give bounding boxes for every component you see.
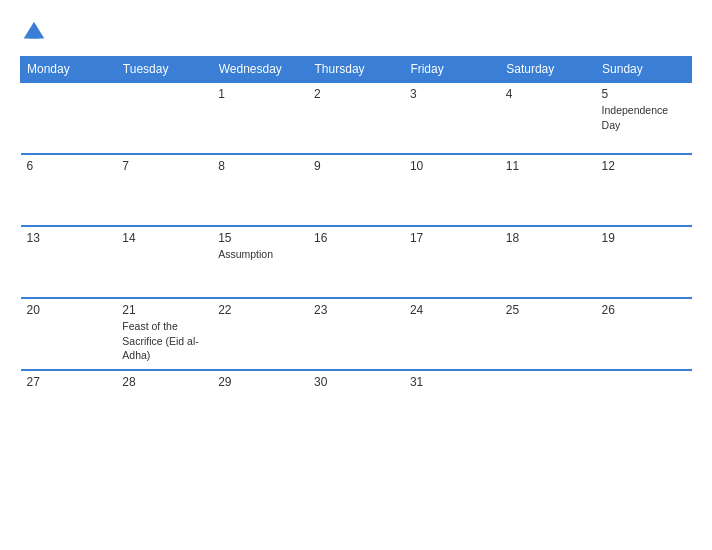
calendar-cell: 28 [116, 370, 212, 442]
day-number: 20 [27, 303, 111, 317]
day-number: 24 [410, 303, 494, 317]
day-number: 28 [122, 375, 206, 389]
day-number: 30 [314, 375, 398, 389]
calendar-week-row: 12345Independence Day [21, 82, 692, 154]
day-number: 2 [314, 87, 398, 101]
day-number: 29 [218, 375, 302, 389]
calendar-cell: 2 [308, 82, 404, 154]
event-label: Independence Day [602, 104, 669, 131]
day-number: 4 [506, 87, 590, 101]
day-number: 25 [506, 303, 590, 317]
calendar-cell: 12 [596, 154, 692, 226]
day-number: 17 [410, 231, 494, 245]
header [20, 18, 692, 46]
calendar-cell: 26 [596, 298, 692, 370]
day-number: 8 [218, 159, 302, 173]
day-number: 9 [314, 159, 398, 173]
day-number: 5 [602, 87, 686, 101]
calendar-cell [21, 82, 117, 154]
calendar-table: MondayTuesdayWednesdayThursdayFridaySatu… [20, 56, 692, 442]
weekday-header-thursday: Thursday [308, 57, 404, 83]
day-number: 11 [506, 159, 590, 173]
event-label: Feast of the Sacrifice (Eid al-Adha) [122, 320, 198, 361]
day-number: 15 [218, 231, 302, 245]
calendar-cell: 16 [308, 226, 404, 298]
calendar-cell: 14 [116, 226, 212, 298]
calendar-cell: 6 [21, 154, 117, 226]
day-number: 23 [314, 303, 398, 317]
day-number: 21 [122, 303, 206, 317]
calendar-week-row: 2728293031 [21, 370, 692, 442]
calendar-cell: 1 [212, 82, 308, 154]
weekday-header-monday: Monday [21, 57, 117, 83]
day-number: 19 [602, 231, 686, 245]
calendar-cell: 19 [596, 226, 692, 298]
weekday-header-sunday: Sunday [596, 57, 692, 83]
day-number: 14 [122, 231, 206, 245]
calendar-cell: 15Assumption [212, 226, 308, 298]
calendar-cell: 8 [212, 154, 308, 226]
calendar-cell [116, 82, 212, 154]
day-number: 27 [27, 375, 111, 389]
day-number: 3 [410, 87, 494, 101]
logo [20, 18, 50, 46]
weekday-header-row: MondayTuesdayWednesdayThursdayFridaySatu… [21, 57, 692, 83]
day-number: 16 [314, 231, 398, 245]
calendar-cell: 23 [308, 298, 404, 370]
calendar-cell: 21Feast of the Sacrifice (Eid al-Adha) [116, 298, 212, 370]
calendar-cell: 3 [404, 82, 500, 154]
calendar-cell: 25 [500, 298, 596, 370]
weekday-header-tuesday: Tuesday [116, 57, 212, 83]
calendar-cell: 24 [404, 298, 500, 370]
calendar-cell: 27 [21, 370, 117, 442]
calendar-cell: 13 [21, 226, 117, 298]
calendar-cell: 22 [212, 298, 308, 370]
weekday-header-friday: Friday [404, 57, 500, 83]
calendar-week-row: 2021Feast of the Sacrifice (Eid al-Adha)… [21, 298, 692, 370]
day-number: 13 [27, 231, 111, 245]
day-number: 7 [122, 159, 206, 173]
event-label: Assumption [218, 248, 273, 260]
calendar-cell: 5Independence Day [596, 82, 692, 154]
weekday-header-saturday: Saturday [500, 57, 596, 83]
calendar-cell: 7 [116, 154, 212, 226]
day-number: 6 [27, 159, 111, 173]
calendar-cell: 20 [21, 298, 117, 370]
calendar-cell: 17 [404, 226, 500, 298]
calendar-cell: 30 [308, 370, 404, 442]
day-number: 12 [602, 159, 686, 173]
svg-rect-2 [29, 31, 38, 38]
calendar-cell [500, 370, 596, 442]
calendar-week-row: 131415Assumption16171819 [21, 226, 692, 298]
page: MondayTuesdayWednesdayThursdayFridaySatu… [0, 0, 712, 550]
calendar-cell: 18 [500, 226, 596, 298]
weekday-header-wednesday: Wednesday [212, 57, 308, 83]
calendar-cell: 11 [500, 154, 596, 226]
calendar-cell [596, 370, 692, 442]
calendar-cell: 29 [212, 370, 308, 442]
calendar-cell: 31 [404, 370, 500, 442]
day-number: 26 [602, 303, 686, 317]
day-number: 22 [218, 303, 302, 317]
day-number: 18 [506, 231, 590, 245]
calendar-cell: 10 [404, 154, 500, 226]
logo-icon [20, 18, 48, 46]
calendar-cell: 4 [500, 82, 596, 154]
day-number: 31 [410, 375, 494, 389]
calendar-cell: 9 [308, 154, 404, 226]
day-number: 1 [218, 87, 302, 101]
day-number: 10 [410, 159, 494, 173]
calendar-week-row: 6789101112 [21, 154, 692, 226]
